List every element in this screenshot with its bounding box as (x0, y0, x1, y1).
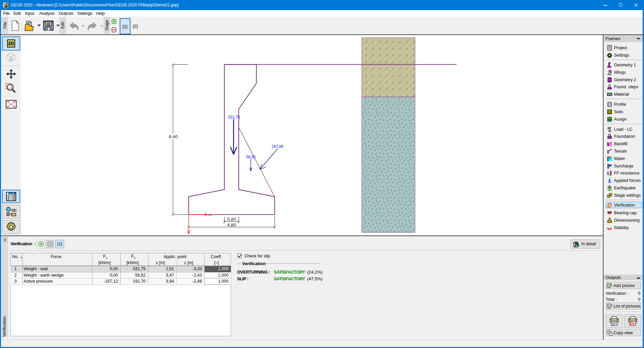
svg-text:331,75: 331,75 (228, 115, 240, 120)
svg-text:+x: +x (208, 213, 212, 217)
svg-text:58,52: 58,52 (246, 155, 256, 159)
svg-text:1: 1 (608, 195, 610, 197)
svg-text:3D: 3D (9, 57, 13, 61)
svg-text:4,80: 4,80 (227, 222, 236, 227)
svg-text:Abc: Abc (11, 208, 17, 212)
svg-text:0,80: 0,80 (227, 217, 236, 222)
svg-text:247,86: 247,86 (271, 144, 284, 149)
svg-text:8,40: 8,40 (169, 134, 178, 139)
